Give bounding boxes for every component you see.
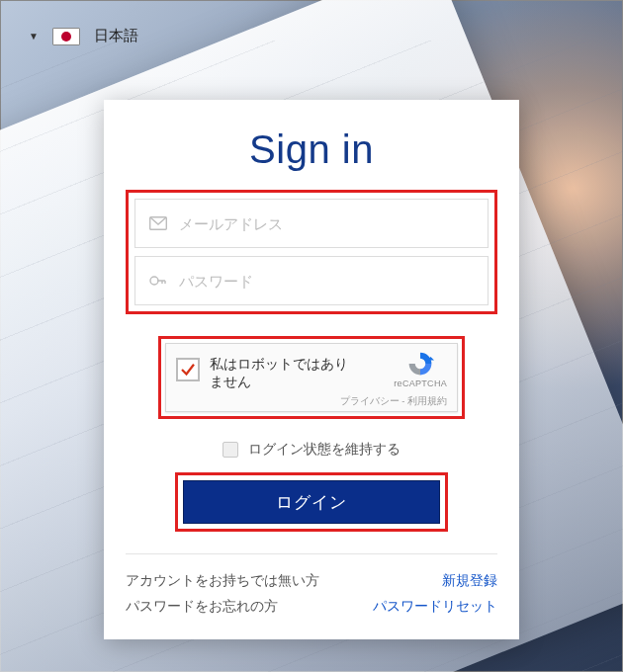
language-selector[interactable]: ▼ 日本語: [29, 27, 138, 45]
no-account-label: アカウントをお持ちでは無い方: [126, 572, 319, 590]
signup-link[interactable]: 新規登録: [442, 572, 497, 590]
password-input[interactable]: [169, 273, 476, 290]
forgot-password-label: パスワードをお忘れの方: [126, 598, 278, 616]
remember-checkbox[interactable]: [222, 442, 238, 458]
key-icon: [147, 272, 169, 290]
language-label: 日本語: [94, 27, 138, 45]
recaptcha-icon: [405, 350, 435, 378]
recaptcha-widget[interactable]: 私はロボットではありません reCAPTCHA プライバシー - 利用規約: [165, 343, 458, 412]
recaptcha-label: 私はロボットではありません: [210, 356, 348, 391]
recaptcha-checkbox[interactable]: [176, 358, 200, 381]
login-button-highlight: ログイン: [175, 472, 448, 532]
divider: [126, 553, 497, 554]
remember-me[interactable]: ログイン状態を維持する: [126, 441, 497, 459]
remember-label: ログイン状態を維持する: [248, 441, 400, 459]
credentials-highlight: [126, 190, 497, 314]
recaptcha-brand: reCAPTCHA: [394, 378, 447, 388]
login-button[interactable]: ログイン: [183, 480, 440, 524]
recaptcha-legal: プライバシー - 利用規約: [340, 395, 447, 408]
footer-links: アカウントをお持ちでは無い方 新規登録 パスワードをお忘れの方 パスワードリセッ…: [126, 568, 497, 620]
flag-japan-icon: [52, 28, 80, 45]
mail-icon: [147, 216, 169, 230]
svg-point-1: [150, 277, 158, 285]
signin-card: Sign in: [104, 100, 519, 639]
recaptcha-terms[interactable]: 利用規約: [407, 395, 447, 406]
recaptcha-highlight: 私はロボットではありません reCAPTCHA プライバシー - 利用規約: [158, 336, 465, 419]
password-reset-link[interactable]: パスワードリセット: [373, 598, 497, 616]
email-field-wrap[interactable]: [134, 199, 489, 248]
chevron-down-icon: ▼: [29, 31, 39, 42]
checkmark-icon: [179, 361, 197, 378]
email-input[interactable]: [169, 215, 476, 232]
recaptcha-logo: reCAPTCHA: [394, 350, 447, 388]
recaptcha-privacy[interactable]: プライバシー: [340, 395, 400, 406]
page-title: Sign in: [126, 127, 497, 172]
password-field-wrap[interactable]: [134, 256, 489, 305]
